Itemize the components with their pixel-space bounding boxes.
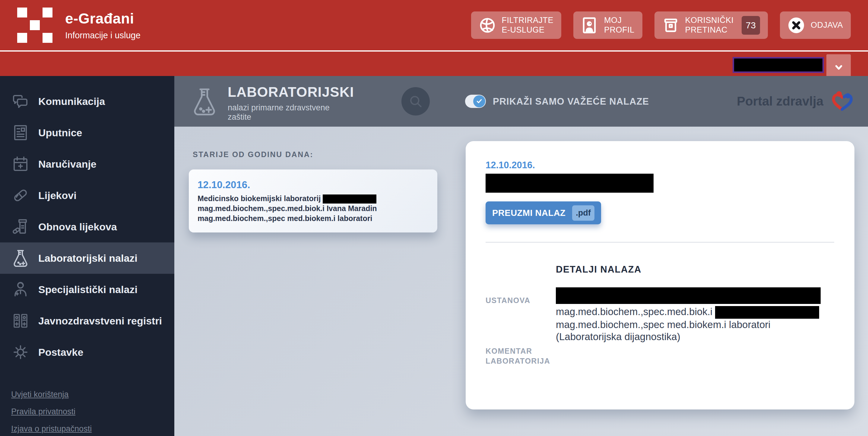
app-subtitle: Informacije i usluge [65, 30, 141, 40]
sidebar-item-label: Lijekovi [38, 190, 76, 201]
inbox-count-badge: 73 [742, 16, 760, 35]
sidebar-item-laboratorijski-nalazi[interactable]: Laboratorijski nalazi [0, 242, 174, 274]
check-icon [476, 98, 483, 105]
page-title: LABORATORIJSKI [228, 84, 354, 100]
button-label: ODJAVA [811, 21, 843, 30]
registry-icon [11, 311, 30, 330]
sidebar-item-postavke[interactable]: Postavke [0, 337, 174, 368]
portal-zdravlja-heart-icon [831, 90, 854, 113]
profile-icon [581, 17, 598, 34]
flask-icon [11, 249, 30, 268]
download-report-button[interactable]: PREUZMI NALAZ .pdf [486, 201, 601, 224]
button-label: FILTRIRAJTE [502, 16, 554, 25]
sidebar-item-lijekovi[interactable]: Lijekovi [0, 180, 174, 211]
checkerboard-logo-icon [17, 7, 53, 43]
inbox-icon [662, 17, 679, 34]
sidebar-item-label: Komunikacija [38, 96, 105, 107]
result-card[interactable]: 12.10.2016. Medicinsko biokemijski labor… [189, 169, 437, 232]
user-inbox-button[interactable]: KORISNIČKI PRETINAC 73 [654, 11, 768, 39]
page-header-band: LABORATORIJSKI nalazi primarne zdravstve… [174, 76, 868, 127]
results-section-label: STARIJE OD GODINU DANA: [193, 150, 313, 159]
redacted-box [486, 174, 654, 193]
sidebar-item-label: Naručivanje [38, 158, 96, 170]
result-line: mag.med.biochem.,spec.med.biok.i Ivana M… [197, 204, 377, 213]
content-area: STARIJE OD GODINU DANA: 12.10.2016. Medi… [174, 127, 868, 436]
detail-panel: 12.10.2016. PREUZMI NALAZ .pdf DETALJI N… [466, 141, 855, 409]
link-uvjeti-koristenja[interactable]: Uvjeti korištenja [11, 386, 92, 403]
pdf-badge: .pdf [572, 205, 594, 221]
calendar-plus-icon [11, 155, 30, 174]
sidebar-item-label: Specijalistički nalazi [38, 284, 137, 295]
logout-icon [788, 17, 805, 34]
result-line: Medicinsko biokemijski laboratorij [197, 194, 320, 203]
valid-results-toggle[interactable] [465, 95, 486, 108]
sidebar-item-label: Postavke [38, 346, 83, 358]
detail-date: 12.10.2016. [486, 160, 535, 171]
button-label: KORISNIČKI [685, 16, 734, 25]
field-value-ustanova: mag.med.biochem.,spec.med.biok.i mag.med… [556, 306, 839, 343]
field-label-ustanova: USTANOVA [486, 295, 549, 306]
flask-icon [190, 86, 219, 118]
link-izjava-o-pristupacnosti[interactable]: Izjava o pristupačnosti [11, 420, 92, 436]
sidebar-item-label: Obnova lijekova [38, 221, 117, 233]
sidebar-item-label: Javnozdravstveni registri [38, 315, 162, 327]
app-title: e-Građani [65, 10, 141, 27]
sidebar-item-label: Laboratorijski nalazi [38, 252, 137, 264]
sidebar-item-obnova-lijekova[interactable]: Obnova lijekova [0, 211, 174, 242]
my-profile-button[interactable]: MOJ PROFIL [574, 11, 642, 39]
result-date: 12.10.2016. [197, 179, 250, 191]
portal-zdravlja-brand: Portal zdravlja [737, 94, 824, 108]
logout-button[interactable]: ODJAVA [780, 11, 851, 39]
sidebar-item-label: Uputnice [38, 127, 82, 139]
page-subtitle: nalazi primarne zdravstvene zaštite [228, 103, 345, 122]
sidebar-item-narucivanje[interactable]: Naručivanje [0, 148, 174, 180]
document-icon [11, 123, 30, 142]
result-description: Medicinsko biokemijski laboratorij mag.m… [197, 194, 433, 223]
chevron-down-icon [833, 62, 845, 73]
button-label: MOJ [604, 16, 622, 25]
search-button[interactable] [401, 87, 430, 116]
redacted-box [715, 306, 819, 319]
chat-icon [11, 92, 30, 111]
button-label: PROFIL [604, 25, 634, 34]
redacted-box [556, 287, 820, 304]
toggle-knob [473, 95, 485, 107]
detail-section-title: DETALJI NALAZA [556, 264, 642, 275]
button-label: PRETINAC [685, 25, 728, 34]
sidebar-item-komunikacija[interactable]: Komunikacija [0, 86, 174, 117]
toggle-label: PRIKAŽI SAMO VAŽEĆE NALAZE [493, 96, 649, 107]
user-account-field-redacted[interactable] [733, 57, 824, 73]
ustanova-line: (Laboratorijska dijagnostika) [556, 331, 680, 342]
ustanova-line: mag.med.biochem.,spec med.biokem.i labor… [556, 319, 771, 330]
globe-icon [479, 17, 496, 34]
ustanova-line: mag.med.biochem.,spec.med.biok.i [556, 306, 712, 317]
redacted-box [323, 194, 376, 204]
filter-eservices-button[interactable]: FILTRIRAJTE E-USLUGE [471, 11, 562, 39]
user-bar [0, 52, 868, 76]
pill-bottle-icon [11, 217, 30, 236]
sidebar: Komunikacija Uputnice Naručivanje [0, 76, 174, 436]
gear-icon [11, 343, 30, 362]
sidebar-item-javnozdravstveni-registri[interactable]: Javnozdravstveni registri [0, 305, 174, 337]
field-label-komentar-laboratorija: KOMENTAR LABORATORIJA [486, 346, 549, 366]
egradani-logo[interactable]: e-Građani Informacije i usluge [17, 7, 141, 43]
search-icon [408, 93, 424, 109]
doctor-icon [11, 280, 30, 299]
download-label: PREUZMI NALAZ [492, 208, 565, 218]
sidebar-item-uputnice[interactable]: Uputnice [0, 117, 174, 148]
top-header: e-Građani Informacije i usluge FILTRIRAJ… [0, 0, 868, 50]
link-pravila-privatnosti[interactable]: Pravila privatnosti [11, 403, 92, 420]
capsule-icon [11, 186, 30, 205]
divider [486, 242, 834, 243]
sidebar-item-specijalisticki-nalazi[interactable]: Specijalistički nalazi [0, 274, 174, 305]
button-label: E-USLUGE [502, 25, 545, 34]
result-line: mag.med.biochem.,spec med.biokem.i labor… [197, 214, 372, 222]
